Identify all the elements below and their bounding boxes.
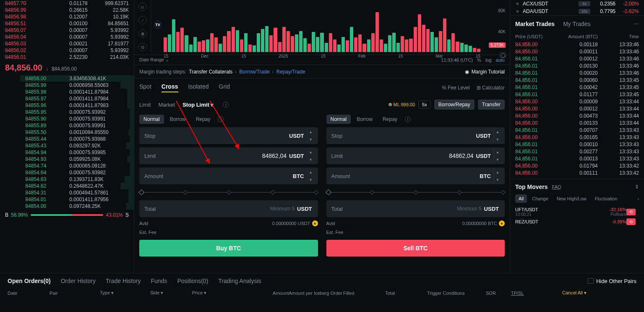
market-trade-row[interactable]: 84,856.000.0013313:33:44: [510, 119, 644, 126]
more-icon[interactable]: ⋯: [634, 21, 639, 27]
stepper-down-icon[interactable]: ▼: [307, 136, 315, 143]
info-icon[interactable]: i: [223, 102, 229, 107]
pair-row[interactable]: ★ADA/USDT10x0.7795-2.62%: [515, 8, 639, 15]
transfer-button[interactable]: Transfer: [478, 100, 505, 110]
orderbook-bid-row[interactable]: 84854.000.097248.25K: [0, 203, 134, 210]
buy-total-input[interactable]: TotalMinimum 5USDT: [139, 200, 318, 217]
market-trade-row[interactable]: 84,856.000.0011113:33:42: [510, 169, 644, 176]
buy-limit-input[interactable]: Limit84862,04USDT ▲▼: [139, 147, 318, 164]
tab-my-trades[interactable]: My Trades: [563, 21, 590, 27]
sell-stop-input[interactable]: StopUSDT ▲▼: [326, 127, 505, 144]
market-trade-row[interactable]: 84,856.000.0001113:33:46: [510, 48, 644, 55]
stepper-up-icon[interactable]: ▲: [307, 168, 315, 176]
cancel-all-button[interactable]: Cancel All ▾: [545, 290, 587, 296]
ruler-tool-icon[interactable]: ⟋: [138, 16, 147, 24]
orderbook-ask-row[interactable]: 84856.012.52230214.03K: [0, 54, 134, 60]
tab-isolated[interactable]: Isolated: [188, 83, 209, 92]
stepper-down-icon[interactable]: ▼: [494, 156, 501, 163]
stepper-down-icon[interactable]: ▼: [494, 136, 501, 143]
tab-spot[interactable]: Spot: [139, 83, 151, 92]
orderbook-bid-row[interactable]: 84854.630.1393711.83K: [0, 176, 134, 183]
expand-icon[interactable]: ⇕: [635, 184, 639, 190]
sell-limit-input[interactable]: Limit84862,04USDT ▲▼: [326, 147, 505, 164]
buy-mode-normal[interactable]: Normal: [139, 115, 164, 124]
sell-mode-normal[interactable]: Normal: [326, 115, 351, 124]
tab-cross[interactable]: Cross: [162, 83, 178, 92]
movers-filter-change[interactable]: Change: [529, 194, 552, 203]
movers-filter-all[interactable]: All: [515, 194, 527, 203]
order-type-limit[interactable]: Limit: [139, 102, 151, 108]
orderbook-ask-row[interactable]: 84857.700.01178999.62371: [0, 0, 134, 7]
orderbook-bid-row[interactable]: 84855.960.0001411.87983: [0, 102, 134, 109]
stepper-down-icon[interactable]: ▼: [307, 176, 315, 184]
mover-row[interactable]: UFT/USDT13:00:21-32.18%Pullback⟲: [510, 206, 644, 218]
order-type-stop-limit[interactable]: Stop Limit ▾: [183, 102, 214, 108]
emoji-tool-icon[interactable]: ☺: [138, 3, 147, 11]
buy-stop-input[interactable]: StopUSDT ▲▼: [139, 127, 318, 144]
market-trade-row[interactable]: 84,856.010.0006013:33:45: [510, 76, 644, 84]
orderbook-ask-row[interactable]: 84856.980.1200710.19K: [0, 13, 134, 20]
pair-row[interactable]: ★ACX/USDT5x0.2356-2.00%: [515, 0, 639, 8]
orderbook-bid-row[interactable]: 84856.003.63456308.41K: [0, 75, 134, 82]
orderbook-bid-row[interactable]: 84855.980.0001411.87984: [0, 89, 134, 95]
market-trade-row[interactable]: 84,856.010.0001313:33:43: [510, 155, 644, 162]
orderbook-bid-row[interactable]: 84854.740.000065.09128: [0, 163, 134, 169]
orderbook-bid-row[interactable]: 84854.310.0004941.57861: [0, 189, 134, 196]
step-repay[interactable]: Repay/Trade: [276, 69, 305, 75]
step-transfer[interactable]: Transfer Collaterals: [189, 69, 232, 75]
mover-row[interactable]: REZ/USDT-9.99%⟲: [510, 218, 644, 226]
movers-filter-highlow[interactable]: New High/Low: [553, 194, 590, 203]
stepper-up-icon[interactable]: ▲: [307, 148, 315, 156]
margin-level[interactable]: ML 999.00: [388, 102, 415, 107]
orderbook-ask-row[interactable]: 84856.990.2661522.58K: [0, 7, 134, 13]
market-trade-row[interactable]: 84,856.010.0013013:33:46: [510, 62, 644, 69]
market-trade-row[interactable]: 84,856.010.0117713:33:45: [510, 91, 644, 98]
tab-trading-analysis[interactable]: Trading Analysis: [218, 278, 261, 284]
stepper-up-icon[interactable]: ▲: [494, 148, 501, 156]
orderbook-bid-row[interactable]: 84855.440.000075.93988: [0, 136, 134, 142]
orderbook-bid-row[interactable]: 84855.890.000075.93991: [0, 122, 134, 129]
sell-total-input[interactable]: TotalMinimum 5USDT: [326, 200, 505, 217]
sell-button[interactable]: Sell BTC: [326, 240, 505, 257]
market-trade-row[interactable]: 84,856.000.0016513:33:43: [510, 134, 644, 141]
stepper-up-icon[interactable]: ▲: [494, 168, 501, 176]
market-trade-row[interactable]: 84,856.010.0070713:33:43: [510, 126, 644, 134]
scale-percent[interactable]: %: [477, 58, 481, 63]
orderbook-bid-row[interactable]: 84854.940.000075.93985: [0, 149, 134, 156]
orderbook-ask-row[interactable]: 84856.510.0010084.85651: [0, 20, 134, 27]
market-trade-row[interactable]: 84,856.010.0001213:33:46: [510, 55, 644, 62]
leverage-chip[interactable]: 5x: [418, 100, 431, 109]
tab-positions[interactable]: Positions(0): [177, 278, 208, 284]
orderbook-bid-row[interactable]: 84854.640.000075.93982: [0, 169, 134, 176]
buy-mode-borrow[interactable]: Borrow: [166, 115, 190, 124]
market-trade-row[interactable]: 84,856.000.0011813:33:46: [510, 41, 644, 48]
calculator-link[interactable]: ⊞ Calculator: [477, 85, 505, 91]
orderbook-bid-row[interactable]: 84855.990.0006958.55063: [0, 82, 134, 89]
add-funds-icon[interactable]: +: [312, 220, 318, 226]
info-icon[interactable]: i: [218, 116, 224, 122]
orderbook-ask-row[interactable]: 84856.040.000075.93992: [0, 34, 134, 40]
orderbook-bid-row[interactable]: 84855.970.0001411.87984: [0, 95, 134, 102]
sell-amount-input[interactable]: AmountBTC ▲▼: [326, 168, 505, 184]
orderbook-bid-row[interactable]: 84854.620.2648622.47K: [0, 183, 134, 189]
market-trade-row[interactable]: 84,856.010.0002013:33:46: [510, 69, 644, 76]
info-icon[interactable]: i: [405, 116, 411, 122]
add-funds-icon[interactable]: +: [499, 220, 505, 226]
sell-mode-borrow[interactable]: Borrow: [352, 115, 377, 124]
market-trade-row[interactable]: 84,856.010.0004213:33:45: [510, 84, 644, 91]
scale-log[interactable]: log: [485, 58, 492, 63]
tab-order-history[interactable]: Order History: [61, 278, 96, 284]
tab-open-orders[interactable]: Open Orders(0): [8, 278, 51, 284]
volume-chart[interactable]: ☺ ⟋ ⊕ ⊙ TV 80K 40K 5.273K 15Dec15202515F…: [134, 0, 510, 65]
buy-amount-input[interactable]: AmountBTC ▲▼: [139, 168, 318, 184]
caret-down-icon[interactable]: ▾: [161, 290, 163, 295]
margin-tutorial-link[interactable]: ◉ Margin Tutorial: [465, 69, 505, 75]
tab-funds[interactable]: Funds: [151, 278, 167, 284]
step-borrow[interactable]: Borrow/Trade: [239, 69, 269, 75]
orderbook-ask-row[interactable]: 84856.030.0002117.81977: [0, 40, 134, 47]
zoom-tool-icon[interactable]: ⊕: [138, 29, 147, 38]
sell-mode-repay[interactable]: Repay: [378, 115, 402, 124]
buy-amount-slider[interactable]: [139, 189, 318, 195]
orderbook-bid-row[interactable]: 84854.010.0001411.87956: [0, 196, 134, 203]
tab-market-trades[interactable]: Market Trades: [515, 21, 555, 27]
